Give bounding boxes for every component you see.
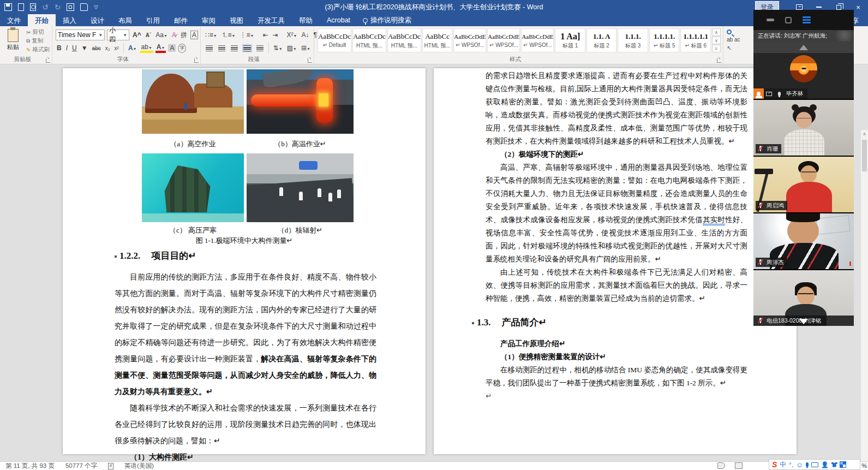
style-default[interactable]: AaBbCcDc↵ Default — [318, 28, 351, 52]
shrink-font-button[interactable]: Aˇ — [145, 32, 153, 38]
tab-mailings[interactable]: 邮件 — [167, 14, 195, 26]
tab-design[interactable]: 设计 — [83, 14, 111, 26]
clear-formatting-button[interactable]: A̷ — [171, 31, 177, 39]
align-center-button[interactable] — [218, 45, 225, 51]
phonetic-guide-button[interactable]: 拼 — [179, 31, 188, 40]
underline-button[interactable]: U — [71, 44, 78, 52]
panel-minimize-icon[interactable] — [767, 19, 774, 21]
tab-references[interactable]: 引用 — [139, 14, 167, 26]
ime-emoji-icon[interactable]: ☺ — [796, 461, 803, 469]
undo-icon[interactable]: ↺ — [42, 3, 49, 11]
format-painter-button[interactable]: ✎格式刷 — [26, 46, 50, 53]
distribute-button[interactable] — [256, 45, 264, 51]
panel-menu-icon[interactable] — [803, 16, 811, 23]
print-preview-icon[interactable] — [30, 3, 36, 11]
sub-heading-extreme-environment[interactable]: （2）极端环境下的测距↵ — [486, 148, 747, 161]
style-wpsoffice-2[interactable]: AaBbCcDdE↵ WPSOf... — [487, 28, 520, 52]
change-case-button[interactable]: Aa▼ — [154, 31, 169, 39]
tab-home[interactable]: 开始 — [28, 14, 56, 26]
redo-icon[interactable]: ↻ — [55, 3, 61, 11]
heading-1-3[interactable]: 1.3.产品简介↵ — [472, 316, 747, 329]
bullets-button[interactable]: ∷≡▼ — [204, 31, 218, 39]
tab-developer[interactable]: 开发工具 — [250, 14, 292, 26]
cut-button[interactable]: ✂剪切 — [26, 28, 50, 36]
line-spacing-button[interactable]: ⇅▼ — [272, 44, 284, 52]
ime-voice-icon[interactable] — [806, 462, 809, 467]
subscript-button[interactable]: x₂ — [104, 45, 111, 51]
scroll-up-triangle-icon[interactable] — [799, 45, 808, 50]
style-heading-1[interactable]: 1 Aa]标题 1 — [555, 28, 585, 52]
language-indicator[interactable]: 英语(美国) — [124, 462, 154, 470]
italic-button[interactable]: I — [65, 44, 69, 52]
customize-qat-icon[interactable]: ▽ — [94, 3, 98, 11]
superscript-button[interactable]: x² — [113, 45, 120, 51]
tab-review[interactable]: 审阅 — [195, 14, 223, 26]
sub-heading-portable-device-design[interactable]: （1）便携精密测量装置的设计↵ — [486, 350, 747, 364]
paste-button[interactable]: 粘贴 — [3, 28, 23, 53]
figure-image-high-temperature-work[interactable] — [247, 69, 354, 134]
sogou-logo-icon[interactable]: S — [772, 460, 777, 469]
style-wpsoffice-3[interactable]: AaBbCcDdE↵ WPSOf... — [521, 28, 554, 52]
style-wpsoffice-1[interactable]: AaBbCcDdE↵ WPSOf... — [453, 28, 486, 52]
open-file-icon[interactable] — [80, 3, 88, 11]
zoom-percent[interactable]: % — [861, 462, 867, 469]
bold-button[interactable]: B — [56, 44, 63, 52]
tab-view[interactable]: 视图 — [223, 14, 250, 26]
character-border-button[interactable]: A — [190, 31, 198, 39]
align-right-button[interactable] — [231, 45, 238, 51]
align-left-button[interactable] — [206, 45, 213, 51]
enclose-characters-button[interactable]: 字 — [178, 44, 186, 53]
word-count[interactable]: 50777 个字 — [65, 462, 97, 470]
participant-tile-zhouqihong[interactable]: 周启鸿 — [753, 157, 854, 212]
numbering-button[interactable]: ⒈≡▼ — [220, 31, 237, 40]
font-color-button[interactable]: A▼ — [155, 43, 166, 53]
scrollbar-thumb[interactable] — [862, 140, 867, 171]
text-highlight-button[interactable]: ab▼ — [140, 43, 153, 53]
heading-1-2-2[interactable]: 1.2.2.项目目的↵ — [115, 249, 376, 262]
tab-help[interactable]: 帮助 — [292, 14, 320, 26]
vertical-scrollbar[interactable]: ∧ — [860, 130, 868, 470]
style-heading-5[interactable]: 1.1.1.1.↵ 标题 5 — [649, 28, 680, 52]
participant-tile-xiaoshan[interactable]: 肖珊 — [753, 100, 854, 156]
draw-table-icon[interactable] — [67, 3, 74, 11]
screen-share-icon[interactable] — [764, 88, 774, 99]
font-size-combo[interactable]: 小四▼ — [107, 29, 129, 40]
character-shading-button[interactable]: A — [168, 44, 176, 52]
print-layout-button[interactable] — [735, 462, 743, 469]
increase-indent-button[interactable]: ⇥ — [272, 31, 279, 39]
copy-button[interactable]: ⧉复制 — [26, 37, 50, 45]
ime-keyboard-icon[interactable] — [811, 462, 818, 467]
document-page-right[interactable]: 的需求日趋增长且精度要求逐渐提高，进而有必要在生产过程中对构件形体的关键点位作测… — [434, 68, 797, 454]
styles-gallery-up-button[interactable]: ∧ — [712, 28, 721, 36]
style-html-pre-3[interactable]: AaBbCcHTML 预... — [422, 28, 453, 52]
style-html-pre-2[interactable]: AaBbCcDcHTML 预... — [387, 28, 421, 52]
style-heading-3[interactable]: 1.1.1.标题 3 — [618, 28, 648, 52]
sub-heading-working-principle[interactable]: 产品工作原理介绍↵ — [486, 337, 747, 350]
scroll-up-icon[interactable]: ∧ — [861, 130, 868, 136]
participant-tile-zhoupeijie[interactable]: 周沛杰 — [753, 213, 854, 269]
ime-punctuation-icon[interactable]: °, — [789, 461, 793, 468]
ime-account-icon[interactable]: 👤 — [821, 461, 829, 468]
participant-tile-biqilin[interactable]: 毕齐林 — [753, 42, 854, 99]
active-speaker-person-icon[interactable] — [753, 88, 764, 99]
decrease-indent-button[interactable]: ⇤ — [261, 31, 269, 39]
tab-file[interactable]: 文件 — [0, 14, 28, 26]
borders-button[interactable]: ⊞▼ — [300, 44, 312, 52]
ime-skin-icon[interactable] — [831, 462, 837, 467]
new-document-icon[interactable] — [18, 3, 24, 11]
paragraph-project-purpose[interactable]: 目前应用的传统的测距方法，多应用于在条件良好、精度不高、物件较小等其他方面的测量… — [115, 269, 376, 400]
font-name-combo[interactable]: Times New F▼ — [56, 29, 105, 40]
multilevel-list-button[interactable]: ⋮≡▼ — [239, 31, 255, 39]
grow-font-button[interactable]: A^ — [131, 31, 142, 39]
underline-dropdown[interactable]: ▼ — [80, 44, 89, 52]
figure-image-nuclear-radiation[interactable] — [247, 153, 354, 222]
scroll-down-triangle-icon[interactable] — [799, 319, 808, 324]
font-dialog-launcher[interactable] — [194, 58, 199, 63]
ime-toolbox-icon[interactable] — [840, 462, 846, 467]
sort-button[interactable]: A↓ — [301, 31, 310, 39]
tab-acrobat[interactable]: Acrobat — [320, 14, 357, 26]
shading-button[interactable]: ▨▼ — [286, 44, 298, 52]
paragraph-conclusion[interactable]: 由上述可知，传统技术在大构件和极端条件下已无法满足人们对精密、高效、便携等目标测… — [486, 266, 747, 305]
asian-layout-button[interactable]: X²▼ — [286, 31, 298, 39]
paragraph-imu-design[interactable]: 在移动测距的过程中，相机的移动结合 IMU 姿态角的确定，使其成像变得更平稳，我… — [486, 364, 747, 390]
